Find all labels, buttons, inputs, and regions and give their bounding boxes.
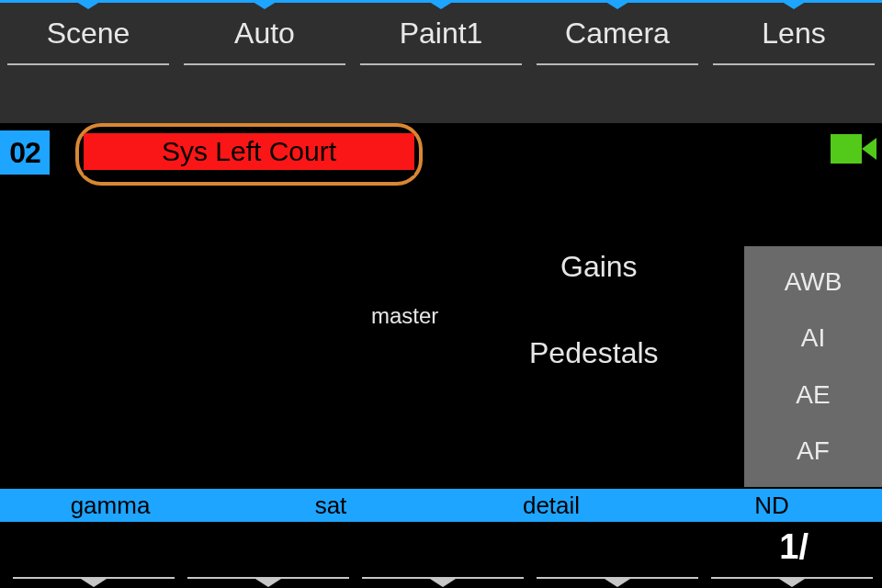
param-nd[interactable]: ND: [662, 492, 882, 520]
tab-paint1[interactable]: Paint1: [360, 4, 522, 60]
tab-auto[interactable]: Auto: [184, 4, 345, 60]
param-sat[interactable]: sat: [220, 492, 441, 520]
tabs-row: Scene Auto Paint1 Camera Lens: [0, 0, 882, 60]
tab-scene[interactable]: Scene: [7, 4, 169, 60]
bottom-indicator-1: [13, 577, 175, 579]
pedestals-label[interactable]: Pedestals: [529, 336, 659, 370]
bottom-indicator-bar: [0, 577, 882, 588]
camera-control-screen: Scene Auto Paint1 Camera Lens 02 Sys Lef…: [0, 0, 882, 588]
auto-functions-panel: AWB AI AE AF: [744, 246, 882, 487]
param-detail[interactable]: detail: [441, 492, 662, 520]
body-area: 02 Sys Left Court master Gains Pedestals…: [0, 123, 882, 489]
bottom-indicator-5: [711, 577, 873, 579]
top-tab-bar: Scene Auto Paint1 Camera Lens: [0, 0, 882, 123]
tab-lens[interactable]: Lens: [713, 4, 875, 60]
master-label: master: [371, 303, 438, 329]
scene-name-button[interactable]: Sys Left Court: [84, 133, 414, 175]
camera-icon: [831, 130, 878, 167]
af-button[interactable]: AF: [797, 436, 830, 466]
nd-value: 1/: [779, 527, 808, 567]
bottom-indicator-3: [362, 577, 524, 579]
param-gamma[interactable]: gamma: [0, 492, 220, 520]
ai-button[interactable]: AI: [801, 323, 825, 353]
gains-label[interactable]: Gains: [560, 250, 638, 284]
bottom-indicator-4: [537, 577, 698, 579]
bottom-indicator-2: [187, 577, 349, 579]
tab-camera[interactable]: Camera: [537, 4, 698, 60]
value-row: 1/: [0, 522, 882, 573]
scene-button-highlight-ring: Sys Left Court: [75, 123, 423, 186]
awb-button[interactable]: AWB: [785, 267, 842, 297]
parameter-strip: gamma sat detail ND: [0, 489, 882, 522]
ae-button[interactable]: AE: [796, 380, 830, 410]
channel-number-badge: 02: [0, 130, 50, 175]
